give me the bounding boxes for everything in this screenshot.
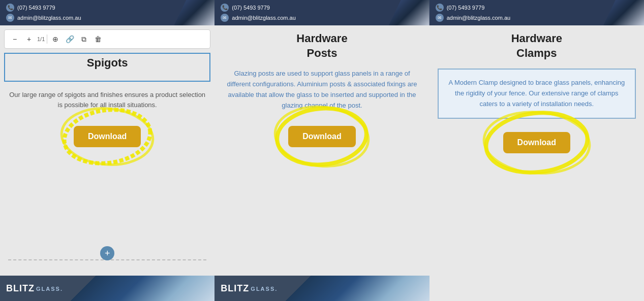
posts-description: Glazing posts are used to support glass … xyxy=(223,69,421,111)
clamps-phone-icon: 📞 xyxy=(436,4,444,12)
clamps-email: admin@blitzglass.com.au xyxy=(447,15,511,21)
spigots-email-row: ✉ admin@blitzglass.com.au xyxy=(6,14,81,22)
spigots-header: 📞 (07) 5493 9779 ✉ admin@blitzglass.com.… xyxy=(0,0,214,25)
toolbar-link-btn[interactable]: 🔗 xyxy=(64,33,76,45)
posts-download-btn[interactable]: Download xyxy=(288,126,355,147)
clamps-download-wrapper: Download xyxy=(503,132,570,153)
spigots-add-btn[interactable]: + xyxy=(100,246,114,260)
spigots-description: Our large range of spigots and finishes … xyxy=(8,90,206,111)
clamps-contact-info: 📞 (07) 5493 9779 ✉ admin@blitzglass.com.… xyxy=(436,4,511,22)
posts-blitz-text-glass: GLASS. xyxy=(251,285,278,291)
toolbar-minus-btn[interactable]: − xyxy=(9,33,21,45)
posts-bottom-preview: BLITZ GLASS. xyxy=(214,276,429,301)
clamps-download-btn[interactable]: Download xyxy=(503,132,570,153)
clamps-phone-row: 📞 (07) 5493 9779 xyxy=(436,4,511,12)
spigots-phone-row: 📞 (07) 5493 9779 xyxy=(6,4,81,12)
clamps-content: HardwareClamps A Modern Clamp designed t… xyxy=(430,25,644,301)
toolbar-copy-btn[interactable]: ⧉ xyxy=(78,33,90,45)
spigots-blitz-text-main: BLITZ xyxy=(6,283,35,294)
spigots-content: Our large range of spigots and finishes … xyxy=(0,84,214,259)
col-spigots: 📞 (07) 5493 9779 ✉ admin@blitzglass.com.… xyxy=(0,0,214,301)
spigots-toolbar: − + 1/1 ⊕ 🔗 ⧉ 🗑 xyxy=(4,29,210,49)
spigots-download-wrapper: Download xyxy=(74,126,141,147)
posts-email-row: ✉ admin@blitzglass.com.au xyxy=(221,14,296,22)
clamps-description: A Modern Clamp designed to brace glass p… xyxy=(447,78,627,109)
spigots-email: admin@blitzglass.com.au xyxy=(17,15,81,21)
clamps-email-icon: ✉ xyxy=(436,14,444,22)
spigots-title-box: Spigots xyxy=(4,53,210,82)
toolbar-divider xyxy=(47,35,47,44)
spigots-contact-info: 📞 (07) 5493 9779 ✉ admin@blitzglass.com.… xyxy=(6,4,81,22)
email-icon: ✉ xyxy=(6,14,14,22)
posts-phone: (07) 5493 9779 xyxy=(232,5,270,11)
phone-icon: 📞 xyxy=(6,4,14,12)
toolbar-delete-btn[interactable]: 🗑 xyxy=(92,33,104,45)
spigots-blitz-text-glass: GLASS. xyxy=(36,285,63,291)
clamps-title: HardwareClamps xyxy=(511,31,562,60)
posts-email-icon: ✉ xyxy=(221,14,229,22)
spigots-dashed-line: + xyxy=(8,259,206,260)
posts-email: admin@blitzglass.com.au xyxy=(232,15,296,21)
main-layout: 📞 (07) 5493 9779 ✉ admin@blitzglass.com.… xyxy=(0,0,644,301)
posts-blitz-logo: BLITZ GLASS. xyxy=(221,283,278,294)
posts-download-wrapper: Download xyxy=(288,126,355,147)
spigots-title: Spigots xyxy=(9,56,205,71)
spigots-phone: (07) 5493 9779 xyxy=(17,5,55,11)
spigots-download-btn[interactable]: Download xyxy=(74,126,141,147)
posts-phone-icon: 📞 xyxy=(221,4,229,12)
posts-content: HardwarePosts Glazing posts are used to … xyxy=(214,25,429,276)
clamps-description-box: A Modern Clamp designed to brace glass p… xyxy=(438,69,636,118)
toolbar-move-btn[interactable]: ⊕ xyxy=(49,33,62,45)
toolbar-plus-btn[interactable]: + xyxy=(23,33,35,45)
clamps-email-row: ✉ admin@blitzglass.com.au xyxy=(436,14,511,22)
col-posts: 📞 (07) 5493 9779 ✉ admin@blitzglass.com.… xyxy=(214,0,429,301)
posts-blitz-text-main: BLITZ xyxy=(221,283,249,294)
col-clamps: 📞 (07) 5493 9779 ✉ admin@blitzglass.com.… xyxy=(430,0,644,301)
posts-contact-info: 📞 (07) 5493 9779 ✉ admin@blitzglass.com.… xyxy=(221,4,296,22)
spigots-bottom-preview: BLITZ GLASS. xyxy=(0,276,214,301)
toolbar-counter: 1/1 xyxy=(37,36,45,42)
spigots-blitz-logo: BLITZ GLASS. xyxy=(6,283,63,294)
posts-title: HardwarePosts xyxy=(296,31,347,60)
posts-phone-row: 📞 (07) 5493 9779 xyxy=(221,4,296,12)
clamps-header: 📞 (07) 5493 9779 ✉ admin@blitzglass.com.… xyxy=(430,0,644,25)
posts-header: 📞 (07) 5493 9779 ✉ admin@blitzglass.com.… xyxy=(214,0,429,25)
clamps-phone: (07) 5493 9779 xyxy=(447,5,485,11)
